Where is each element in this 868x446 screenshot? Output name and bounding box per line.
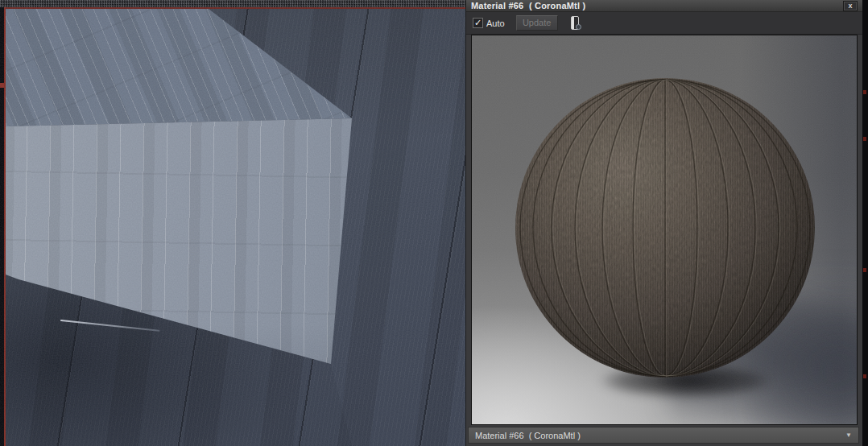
material-selector-value: Material #66 ( CoronaMtl ) — [475, 431, 581, 440]
gear-icon — [576, 24, 581, 30]
viewport-scene — [6, 9, 465, 446]
preview-frame — [471, 35, 858, 425]
window-title-bar[interactable]: Material #66 ( CoronaMtl ) x — [466, 0, 862, 12]
update-button[interactable]: Update — [516, 15, 558, 31]
chevron-down-icon[interactable]: ▼ — [845, 432, 852, 439]
edge-red-mark — [863, 268, 866, 272]
render-region-tick — [0, 83, 4, 88]
auto-checkbox-label[interactable]: Auto — [486, 19, 505, 28]
edge-red-mark — [863, 137, 866, 141]
preview-toolbar: ✓ Auto Update — [466, 12, 862, 35]
preview-settings-icon[interactable] — [571, 16, 579, 30]
render-region-border-top — [4, 7, 465, 9]
auto-update-checkbox[interactable]: ✓ — [473, 18, 483, 28]
material-sphere-preview — [514, 76, 816, 379]
screen-edge-strip — [862, 0, 868, 446]
unrendered-noise-strip — [0, 0, 465, 7]
material-preview-scene[interactable] — [472, 35, 857, 424]
viewport-render[interactable] — [0, 0, 465, 446]
edge-red-mark — [863, 374, 866, 378]
material-preview-window: Material #66 ( CoronaMtl ) x ✓ Auto Upda… — [465, 0, 862, 446]
checkmark-icon: ✓ — [474, 18, 482, 27]
material-selector-dropdown[interactable]: Material #66 ( CoronaMtl ) ▼ — [468, 427, 859, 444]
edge-red-mark — [863, 90, 866, 94]
window-title: Material #66 ( CoronaMtl ) — [471, 1, 585, 10]
close-icon[interactable]: x — [843, 1, 858, 11]
render-region-border-left — [4, 7, 6, 446]
